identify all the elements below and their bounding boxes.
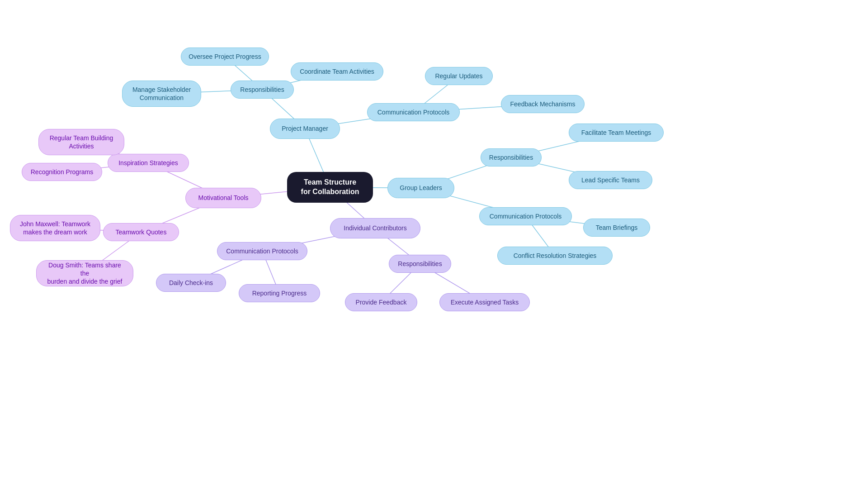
ic-provide-feedback-label: Provide Feedback [356,298,407,306]
motivational-tools-label: Motivational Tools [198,194,248,202]
motivational-tools-node[interactable]: Motivational Tools [185,188,261,208]
gl-conflict-node[interactable]: Conflict Resolution Strategies [497,247,613,265]
comm-protocols-pm-label: Communication Protocols [377,108,450,116]
regular-updates-node[interactable]: Regular Updates [425,67,493,85]
pm-coord-team-label: Coordinate Team Activities [300,67,374,76]
pm-responsibilities-label: Responsibilities [240,86,284,94]
feedback-mechanisms-node[interactable]: Feedback Mechanisms [501,95,585,113]
teamwork-quotes-node[interactable]: Teamwork Quotes [103,223,179,241]
ic-reporting-node[interactable]: Reporting Progress [239,284,320,302]
pm-oversee-node[interactable]: Oversee Project Progress [181,48,269,66]
ic-provide-feedback-node[interactable]: Provide Feedback [345,293,417,311]
group-leaders-node[interactable]: Group Leaders [387,178,454,198]
pm-oversee-label: Oversee Project Progress [189,52,261,61]
recognition-programs-node[interactable]: Recognition Programs [22,163,102,181]
maxwell-quote-node[interactable]: John Maxwell: Teamworkmakes the dream wo… [10,215,100,241]
gl-comm-protocols-label: Communication Protocols [490,212,562,220]
ic-comm-protocols-label: Communication Protocols [226,247,298,255]
ic-daily-checkins-label: Daily Check-ins [169,279,213,287]
maxwell-quote-label: John Maxwell: Teamworkmakes the dream wo… [20,220,90,236]
gl-lead-teams-node[interactable]: Lead Specific Teams [569,171,652,189]
gl-conflict-label: Conflict Resolution Strategies [514,252,597,260]
recognition-programs-label: Recognition Programs [31,168,94,176]
regular-team-building-label: Regular Team BuildingActivities [50,134,113,150]
center-label: Team Structure for Collaboration [300,178,360,197]
ic-comm-protocols-node[interactable]: Communication Protocols [217,242,307,260]
ic-responsibilities-label: Responsibilities [398,260,442,268]
gl-facilitate-label: Facilitate Team Meetings [581,128,651,137]
gl-team-briefings-label: Team Briefings [596,224,638,232]
pm-coord-team-node[interactable]: Coordinate Team Activities [291,62,383,81]
comm-protocols-pm-node[interactable]: Communication Protocols [367,103,460,121]
inspiration-strategies-node[interactable]: Inspiration Strategies [108,154,189,172]
gl-lead-teams-label: Lead Specific Teams [581,176,640,184]
ic-reporting-label: Reporting Progress [252,289,307,297]
individual-contributors-label: Individual Contributors [344,224,406,232]
inspiration-strategies-label: Inspiration Strategies [118,159,178,167]
ic-execute-label: Execute Assigned Tasks [451,298,519,306]
ic-responsibilities-node[interactable]: Responsibilities [389,255,451,273]
gl-responsibilities-node[interactable]: Responsibilities [481,148,542,167]
individual-contributors-node[interactable]: Individual Contributors [330,218,420,238]
pm-manage-stakeholder-node[interactable]: Manage StakeholderCommunication [122,81,201,107]
project-manager-label: Project Manager [282,124,328,133]
teamwork-quotes-label: Teamwork Quotes [116,228,167,236]
gl-comm-protocols-node[interactable]: Communication Protocols [479,207,572,225]
ic-daily-checkins-node[interactable]: Daily Check-ins [156,274,226,292]
regular-team-building-node[interactable]: Regular Team BuildingActivities [38,129,124,155]
gl-facilitate-node[interactable]: Facilitate Team Meetings [569,124,664,142]
project-manager-node[interactable]: Project Manager [270,119,340,139]
pm-responsibilities-node[interactable]: Responsibilities [231,81,294,99]
group-leaders-label: Group Leaders [400,184,442,192]
pm-manage-stakeholder-label: Manage StakeholderCommunication [132,86,191,102]
feedback-mechanisms-label: Feedback Mechanisms [510,100,576,108]
center-node[interactable]: Team Structure for Collaboration [287,172,373,203]
regular-updates-label: Regular Updates [435,72,482,80]
gl-team-briefings-node[interactable]: Team Briefings [583,219,650,237]
gl-responsibilities-label: Responsibilities [489,153,533,162]
smith-quote-node[interactable]: Doug Smith: Teams share theburden and di… [36,260,133,286]
ic-execute-node[interactable]: Execute Assigned Tasks [439,293,530,311]
smith-quote-label: Doug Smith: Teams share theburden and di… [44,261,126,286]
